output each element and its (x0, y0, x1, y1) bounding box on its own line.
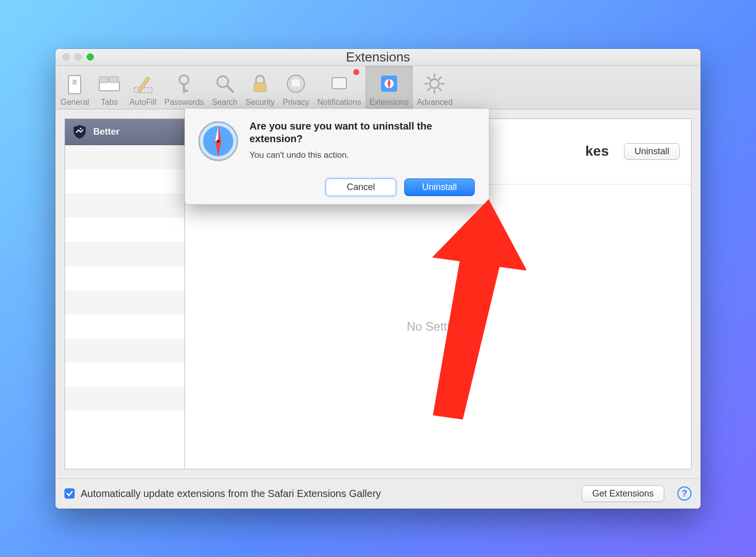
preferences-toolbar: General Tabs AutoFill Passwords Search (55, 66, 701, 109)
auto-update-label: Automatically update extensions from the… (81, 488, 576, 500)
titlebar[interactable]: Extensions (55, 49, 701, 66)
tab-autofill[interactable]: AutoFill (125, 66, 160, 109)
confirm-uninstall-dialog: Are you sure you want to uninstall the e… (184, 109, 489, 205)
dialog-confirm-button[interactable]: Uninstall (404, 178, 475, 196)
svg-point-6 (179, 75, 188, 84)
list-item (65, 145, 184, 169)
switch-icon (62, 72, 87, 96)
extension-title-fragment: kes (585, 143, 609, 159)
tab-passwords[interactable]: Passwords (160, 66, 208, 109)
hand-icon (284, 72, 308, 96)
svg-line-21 (427, 77, 430, 80)
tab-advanced[interactable]: Advanced (413, 66, 457, 109)
list-item (65, 290, 184, 315)
svg-point-16 (430, 79, 439, 88)
list-item (65, 218, 184, 242)
tab-notifications[interactable]: Notifications (313, 66, 365, 109)
list-item (65, 266, 184, 290)
notification-badge (353, 69, 359, 75)
auto-update-checkbox[interactable] (65, 488, 75, 499)
svg-rect-1 (73, 80, 77, 85)
tab-security[interactable]: Security (241, 66, 279, 109)
svg-point-25 (80, 128, 82, 130)
get-extensions-button[interactable]: Get Extensions (582, 485, 664, 502)
shield-icon (72, 124, 87, 139)
dialog-buttons: Cancel Uninstall (249, 178, 475, 196)
list-item (65, 387, 184, 411)
toolbar-label: Tabs (101, 98, 118, 107)
list-item (65, 169, 184, 194)
toolbar-label: Extensions (369, 98, 409, 107)
footer: Automatically update extensions from the… (55, 478, 701, 509)
svg-rect-13 (332, 78, 346, 89)
svg-line-24 (427, 88, 430, 91)
svg-rect-4 (109, 77, 118, 83)
pencil-icon (131, 72, 155, 96)
toolbar-label: Security (245, 98, 275, 107)
lock-icon (248, 72, 272, 96)
toolbar-label: Search (212, 98, 238, 107)
list-item (65, 194, 184, 218)
tab-privacy[interactable]: Privacy (279, 66, 313, 109)
list-item (65, 315, 184, 339)
svg-line-22 (438, 88, 442, 91)
toolbar-label: Notifications (317, 98, 361, 107)
tab-search[interactable]: Search (208, 66, 242, 109)
checkmark-icon (66, 490, 73, 497)
toolbar-label: Privacy (283, 98, 309, 107)
puzzle-icon (377, 72, 401, 96)
svg-line-10 (227, 86, 233, 92)
uninstall-button[interactable]: Uninstall (624, 143, 680, 160)
list-item (65, 242, 184, 266)
key-icon (172, 72, 196, 96)
dialog-subtitle: You can't undo this action. (249, 150, 475, 160)
tab-general[interactable]: General (56, 66, 93, 109)
svg-rect-3 (99, 77, 108, 83)
gear-icon (422, 72, 447, 96)
toolbar-label: AutoFill (130, 98, 156, 107)
svg-rect-2 (99, 82, 119, 91)
extension-name: Better (93, 127, 119, 137)
dialog-title: Are you sure you want to uninstall the e… (249, 120, 475, 145)
tab-tabs[interactable]: Tabs (93, 66, 125, 109)
list-item (65, 363, 184, 387)
extensions-list: Better (65, 118, 184, 469)
svg-line-23 (438, 77, 442, 80)
help-button[interactable]: ? (677, 486, 691, 501)
tab-extensions[interactable]: Extensions (365, 66, 413, 109)
svg-point-12 (287, 75, 304, 92)
toolbar-label: General (60, 98, 89, 107)
toolbar-label: Passwords (164, 98, 204, 107)
list-item (65, 339, 184, 363)
window-title: Extensions (55, 49, 701, 65)
tabs-icon (97, 72, 121, 96)
search-icon (213, 72, 237, 96)
svg-rect-11 (254, 83, 266, 92)
toolbar-label: Advanced (417, 98, 453, 107)
dialog-cancel-button[interactable]: Cancel (326, 178, 396, 196)
safari-icon (197, 120, 239, 162)
svg-point-28 (217, 140, 220, 143)
bell-icon (327, 72, 351, 96)
no-settings-label: No Settings (185, 184, 691, 469)
preferences-window: Extensions General Tabs AutoFill Passw (55, 49, 701, 509)
svg-rect-8 (183, 90, 188, 92)
dialog-body: Are you sure you want to uninstall the e… (249, 120, 475, 196)
extension-row-better[interactable]: Better (65, 119, 184, 145)
